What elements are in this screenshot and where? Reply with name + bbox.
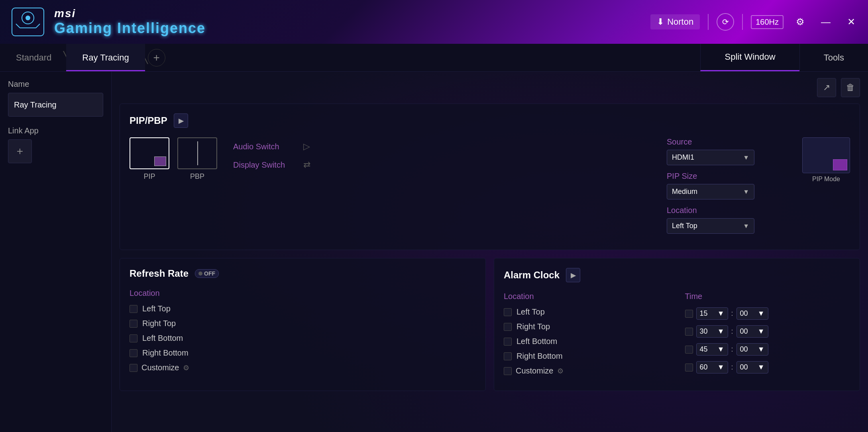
time-colon-2: : <box>731 327 733 336</box>
svg-line-4 <box>16 24 20 28</box>
minimize-button[interactable]: — <box>817 13 835 31</box>
sidebar: Name Link App + <box>0 72 112 432</box>
time4-min-select[interactable]: 00 ▼ <box>736 361 768 373</box>
tab-ray-tracing[interactable]: Ray Tracing <box>66 44 145 71</box>
main-layout: Name Link App + ↗ 🗑 PIP/PBP ▶ <box>0 72 868 432</box>
title-bar-controls: ⬇ Norton ⟳ 160Hz ⚙ — ✕ <box>650 13 860 31</box>
time3-min-select[interactable]: 00 ▼ <box>736 343 768 356</box>
msi-brand-text: msi <box>54 7 206 20</box>
alarm-left-top-checkbox[interactable] <box>504 308 512 316</box>
alarm-right-top-checkbox[interactable] <box>504 323 512 331</box>
source-label: Source <box>667 137 786 147</box>
time2-hour-select[interactable]: 30 ▼ <box>696 325 728 338</box>
pbp-option-box[interactable] <box>177 137 217 169</box>
settings-button[interactable]: ⚙ <box>791 13 809 31</box>
pip-pbp-header: PIP/PBP ▶ <box>130 113 850 128</box>
norton-label: Norton <box>667 17 693 27</box>
tab-add-button[interactable]: + <box>148 49 165 66</box>
list-item: Right Top <box>504 322 669 331</box>
toolbar-divider-2 <box>742 14 743 30</box>
pip-size-dropdown-icon: ▼ <box>743 188 749 195</box>
pip-pbp-title: PIP/PBP <box>130 115 167 126</box>
alarm-customize-checkbox[interactable] <box>504 367 512 375</box>
pbp-label: PBP <box>190 172 204 181</box>
alarm-customize-gear-icon[interactable]: ⚙ <box>557 367 564 375</box>
alarm-row: Location Left Top Right Top <box>504 292 850 381</box>
left-top-label: Left Top <box>142 304 171 313</box>
right-top-checkbox[interactable] <box>130 320 137 328</box>
sync-button[interactable]: ⟳ <box>717 13 734 31</box>
tab-right-group: Split Window Tools <box>700 44 868 71</box>
alarm-right-bottom-label: Right Bottom <box>516 352 563 361</box>
left-bottom-checkbox[interactable] <box>130 334 137 342</box>
alarm-left-bottom-label: Left Bottom <box>516 337 557 346</box>
location-label: Location <box>667 206 786 215</box>
time4-hour-arrow: ▼ <box>717 363 725 371</box>
tab-standard[interactable]: Standard <box>0 44 67 71</box>
time3-hour-value: 45 <box>700 345 708 354</box>
switch-col: Audio Switch ▷ Display Switch ⇄ <box>233 137 651 170</box>
time1-hour-select[interactable]: 15 ▼ <box>696 307 728 320</box>
logo-text-block: msi Gaming Intelligence <box>54 7 206 37</box>
pip-option[interactable]: PIP <box>130 137 169 181</box>
time1-hour-arrow: ▼ <box>717 309 725 318</box>
customize-gear-icon[interactable]: ⚙ <box>183 364 189 372</box>
customize-label: Customize <box>141 363 179 372</box>
export-button[interactable]: ↗ <box>817 78 836 97</box>
tab-tools[interactable]: Tools <box>799 44 868 71</box>
alarm-clock-play-button[interactable]: ▶ <box>566 268 580 282</box>
pip-mode-preview-col: PIP Mode <box>802 137 850 183</box>
time2-min-value: 00 <box>740 327 748 336</box>
display-switch-row[interactable]: Display Switch ⇄ <box>233 160 651 170</box>
close-button[interactable]: ✕ <box>842 13 860 31</box>
time1-checkbox[interactable] <box>685 310 693 318</box>
left-top-checkbox[interactable] <box>130 305 137 313</box>
time4-hour-select[interactable]: 60 ▼ <box>696 361 728 373</box>
tab-bar: Standard ╲ Ray Tracing ╲ + Split Window … <box>0 44 868 72</box>
tab-split-window[interactable]: Split Window <box>700 44 799 71</box>
pip-mode-inner-box <box>833 159 847 170</box>
left-bottom-label: Left Bottom <box>142 334 183 343</box>
pbp-option[interactable]: PBP <box>177 137 217 181</box>
list-item: Customize ⚙ <box>504 366 669 375</box>
refresh-rate-toggle[interactable]: OFF <box>195 269 219 278</box>
alarm-left-bottom-checkbox[interactable] <box>504 338 512 346</box>
logo-container: msi Gaming Intelligence <box>8 4 206 40</box>
norton-button[interactable]: ⬇ Norton <box>650 14 700 29</box>
toolbar-divider <box>708 14 709 30</box>
list-item: 30 ▼ : 00 ▼ <box>685 325 850 338</box>
location-select[interactable]: Left Top ▼ <box>667 218 754 234</box>
pip-size-select[interactable]: Medium ▼ <box>667 184 754 199</box>
list-item: 15 ▼ : 00 ▼ <box>685 307 850 320</box>
profile-name-input[interactable] <box>8 93 103 117</box>
content-area: ↗ 🗑 PIP/PBP ▶ <box>112 72 868 432</box>
sidebar-name-label: Name <box>8 80 103 89</box>
time1-min-arrow: ▼ <box>758 309 765 318</box>
alarm-clock-title: Alarm Clock <box>504 270 560 281</box>
pip-option-box[interactable] <box>130 137 169 169</box>
list-item: Left Bottom <box>130 334 476 343</box>
download-icon: ⬇ <box>657 17 664 27</box>
pip-pbp-play-button[interactable]: ▶ <box>174 113 188 128</box>
time-colon-3: : <box>731 345 733 354</box>
time4-min-arrow: ▼ <box>758 363 765 371</box>
link-app-add-button[interactable]: + <box>8 139 32 163</box>
time3-hour-select[interactable]: 45 ▼ <box>696 343 728 356</box>
source-select[interactable]: HDMI1 ▼ <box>667 150 754 165</box>
delete-button[interactable]: 🗑 <box>841 78 860 97</box>
right-top-label: Right Top <box>142 319 176 328</box>
alarm-time-col: Time 15 ▼ : 00 ▼ <box>685 292 850 381</box>
alarm-right-bottom-checkbox[interactable] <box>504 352 512 360</box>
pip-pbp-play-icon: ▶ <box>179 117 183 125</box>
time1-min-select[interactable]: 00 ▼ <box>736 307 768 320</box>
time4-checkbox[interactable] <box>685 364 693 371</box>
pip-size-label: PIP Size <box>667 172 786 181</box>
source-value: HDMI1 <box>672 153 694 162</box>
right-bottom-checkbox[interactable] <box>130 349 137 357</box>
customize-checkbox[interactable] <box>130 364 137 372</box>
time3-checkbox[interactable] <box>685 346 693 354</box>
msi-logo-icon <box>8 4 48 40</box>
time2-checkbox[interactable] <box>685 328 693 336</box>
alarm-clock-section: Alarm Clock ▶ Location Left Top <box>494 258 860 391</box>
time2-min-select[interactable]: 00 ▼ <box>736 325 768 338</box>
